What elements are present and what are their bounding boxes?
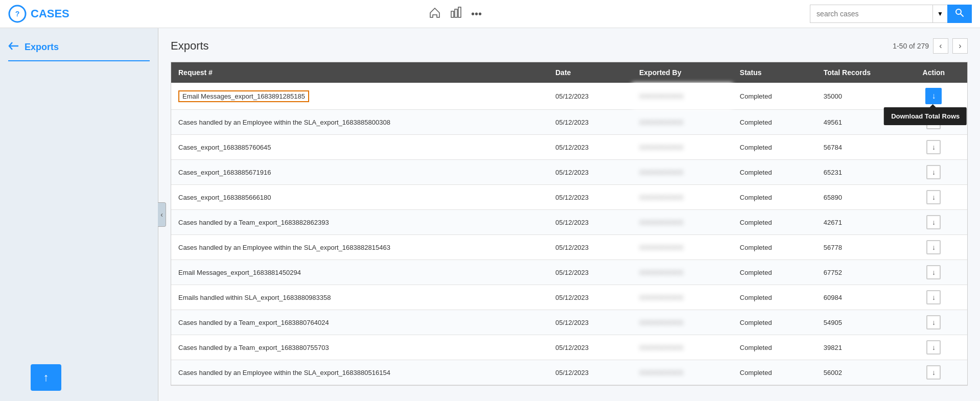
cell-action: ↓ <box>900 135 967 160</box>
cell-date: 05/12/2023 <box>548 285 632 310</box>
search-submit-btn[interactable] <box>947 5 972 23</box>
cell-request: Cases handled by an Employee within the … <box>171 360 548 385</box>
table-row: Cases_export_168388576064505/12/2023XXXX… <box>171 135 967 160</box>
cell-total-records: 35000 <box>816 83 900 110</box>
cell-exported-by: XXXXXXXXXX <box>632 235 733 260</box>
cell-exported-by: XXXXXXXXXX <box>632 135 733 160</box>
table-row: Cases handled by a Team_export_168388075… <box>171 335 967 360</box>
cell-total-records: 39821 <box>816 335 900 360</box>
cell-status: Completed <box>733 285 816 310</box>
cell-total-records: 60984 <box>816 285 900 310</box>
header-search: ▼ <box>810 5 972 23</box>
sidebar-item-label: Exports <box>25 42 59 53</box>
table-header: Request # Date Exported By Status Total … <box>171 62 967 83</box>
more-icon[interactable]: ••• <box>471 8 482 20</box>
main-content: Exports 1-50 of 279 ‹ › Request # Date E… <box>158 28 980 401</box>
cell-date: 05/12/2023 <box>548 110 632 135</box>
header-nav: ••• <box>100 6 810 22</box>
download-btn-outline[interactable]: ↓ <box>926 290 941 304</box>
table-row: Cases handled by a Team_export_168388076… <box>171 310 967 335</box>
cell-exported-by: XXXXXXXXXX <box>632 83 733 110</box>
exports-table: Request # Date Exported By Status Total … <box>171 62 967 385</box>
table-row: Cases_export_168388567191605/12/2023XXXX… <box>171 160 967 185</box>
download-btn-outline[interactable]: ↓ <box>926 265 941 279</box>
cell-action: ↓ <box>900 310 967 335</box>
col-header-date: Date <box>548 62 632 83</box>
cell-date: 05/12/2023 <box>548 160 632 185</box>
cell-action: ↓ <box>900 185 967 210</box>
download-btn-outline[interactable]: ↓ <box>926 215 941 229</box>
cell-total-records: 65231 <box>816 160 900 185</box>
svg-rect-3 <box>455 9 457 17</box>
cell-request: Cases handled by a Team_export_168388075… <box>171 335 548 360</box>
exports-table-wrap: Request # Date Exported By Status Total … <box>171 62 968 386</box>
app-logo[interactable]: ? CASES <box>8 5 100 23</box>
cell-date: 05/12/2023 <box>548 235 632 260</box>
back-to-top-btn[interactable]: ↑ <box>31 364 61 391</box>
cell-exported-by: XXXXXXXXXX <box>632 110 733 135</box>
col-header-request: Request # <box>171 62 548 83</box>
app-title: CASES <box>31 7 69 20</box>
cell-action: ↓ <box>900 210 967 235</box>
cell-exported-by: XXXXXXXXXX <box>632 310 733 335</box>
cell-date: 05/12/2023 <box>548 185 632 210</box>
cell-total-records: 65890 <box>816 185 900 210</box>
download-btn-outline[interactable]: ↓ <box>926 240 941 254</box>
search-dropdown-btn[interactable]: ▼ <box>932 5 947 23</box>
sidebar-item-exports[interactable]: Exports <box>8 38 150 56</box>
download-btn-outline[interactable]: ↓ <box>926 190 941 204</box>
search-input[interactable] <box>810 5 932 23</box>
home-icon[interactable] <box>428 6 441 22</box>
sidebar-divider <box>8 60 150 61</box>
download-btn-outline[interactable]: ↓ <box>926 315 941 329</box>
col-header-action: Action <box>900 62 967 83</box>
cell-action: ↓ <box>900 360 967 385</box>
table-row: Email Messages_export_168388145029405/12… <box>171 260 967 285</box>
cell-exported-by: XXXXXXXXXX <box>632 260 733 285</box>
main-header: Exports 1-50 of 279 ‹ › <box>171 38 968 54</box>
cell-status: Completed <box>733 260 816 285</box>
svg-line-6 <box>961 14 963 16</box>
pagination: 1-50 of 279 ‹ › <box>893 38 968 54</box>
col-header-status: Status <box>733 62 816 83</box>
header: ? CASES ••• ▼ <box>0 0 980 28</box>
cell-request: Cases handled by a Team_export_168388076… <box>171 310 548 335</box>
cell-request: Cases_export_1683885760645 <box>171 135 548 160</box>
cell-action: ↓ <box>900 335 967 360</box>
cell-status: Completed <box>733 310 816 335</box>
sidebar-collapse-handle[interactable]: ‹ <box>158 202 166 227</box>
table-row: Cases handled by an Employee within the … <box>171 110 967 135</box>
download-btn-primary[interactable]: ↓ <box>925 88 942 104</box>
cell-exported-by: XXXXXXXXXX <box>632 160 733 185</box>
cell-action: ↓ <box>900 235 967 260</box>
cell-date: 05/12/2023 <box>548 310 632 335</box>
download-tooltip-label: Download Total Rows <box>884 107 967 125</box>
cell-action: ↓ <box>900 260 967 285</box>
cell-exported-by: XXXXXXXXXX <box>632 285 733 310</box>
download-btn-outline[interactable]: ↓ <box>926 140 941 154</box>
cell-status: Completed <box>733 135 816 160</box>
bar-chart-icon[interactable] <box>450 6 463 22</box>
table-row: Cases_export_168388566618005/12/2023XXXX… <box>171 185 967 210</box>
cell-request: Cases handled by an Employee within the … <box>171 110 548 135</box>
cell-status: Completed <box>733 335 816 360</box>
cell-date: 05/12/2023 <box>548 360 632 385</box>
cell-request: Cases handled by an Employee within the … <box>171 235 548 260</box>
svg-text:?: ? <box>15 10 20 18</box>
cell-date: 05/12/2023 <box>548 83 632 110</box>
cell-total-records: 42671 <box>816 210 900 235</box>
cell-total-records: 56784 <box>816 135 900 160</box>
cell-status: Completed <box>733 360 816 385</box>
cell-total-records: 56002 <box>816 360 900 385</box>
page-title: Exports <box>171 39 209 53</box>
cell-date: 05/12/2023 <box>548 210 632 235</box>
cell-date: 05/12/2023 <box>548 335 632 360</box>
col-header-exported-by: Exported By <box>632 62 733 83</box>
download-btn-outline[interactable]: ↓ <box>926 365 941 380</box>
pagination-next-btn[interactable]: › <box>952 38 968 54</box>
cell-action: ↓ <box>900 160 967 185</box>
pagination-prev-btn[interactable]: ‹ <box>933 38 948 54</box>
download-btn-outline[interactable]: ↓ <box>926 340 941 355</box>
table-row: Email Messages_export_168389128518505/12… <box>171 83 967 110</box>
download-btn-outline[interactable]: ↓ <box>926 165 941 179</box>
